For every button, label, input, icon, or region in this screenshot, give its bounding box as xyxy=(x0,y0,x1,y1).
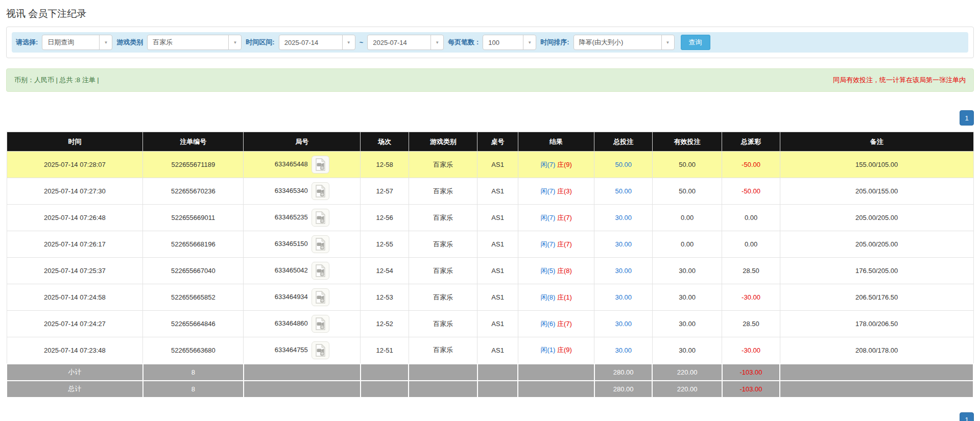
column-header: 有效投注 xyxy=(652,132,722,152)
video-replay-button[interactable] xyxy=(312,288,329,306)
time-cell: 2025-07-14 07:26:17 xyxy=(7,231,143,258)
video-replay-button[interactable] xyxy=(312,156,329,174)
video-replay-button[interactable] xyxy=(312,209,329,227)
video-replay-button[interactable] xyxy=(312,341,329,359)
table-row: 2025-07-14 07:25:37522655667040633465042… xyxy=(7,258,973,284)
result-player: 闲(7) xyxy=(540,214,555,221)
summary-empty-cell xyxy=(244,364,361,381)
round-id: 633465042 xyxy=(275,266,308,274)
result-cell: 闲(6) 庄(7) xyxy=(518,311,594,337)
remark-cell: 176.50/205.00 xyxy=(780,258,973,284)
total-bet-link[interactable]: 30.00 xyxy=(615,240,632,248)
result-cell: 闲(1) 庄(9) xyxy=(518,337,594,364)
table-row: 2025-07-14 07:26:17522655668196633465150… xyxy=(7,231,973,258)
valid-bet-cell: 30.00 xyxy=(652,284,722,311)
page-1-button[interactable]: 1 xyxy=(960,110,974,126)
file-video-icon xyxy=(315,317,326,330)
video-replay-button[interactable] xyxy=(312,235,329,253)
date-range-tilde: ~ xyxy=(360,39,364,46)
remark-cell: 206.50/176.50 xyxy=(780,284,973,311)
summary-total-bet-cell: 280.00 xyxy=(594,381,653,398)
round-id: 633465235 xyxy=(275,213,308,221)
bet-id-cell: 522655668196 xyxy=(143,231,244,258)
file-video-icon xyxy=(315,344,326,357)
pagination-bottom: 1 xyxy=(6,412,974,421)
payout-cell: -30.00 xyxy=(722,337,780,364)
result-cell: 闲(7) 庄(3) xyxy=(518,178,594,205)
round-cell: 633465235 xyxy=(244,205,361,231)
total-bet-link[interactable]: 30.00 xyxy=(615,293,632,301)
query-type-select[interactable]: 日期查询 ▼ xyxy=(42,35,112,50)
filter-bar: 请选择: 日期查询 ▼ 游戏类别 百家乐 ▼ 时间区间: 2025-07-14 … xyxy=(12,32,968,53)
total-bet-link[interactable]: 50.00 xyxy=(615,187,632,195)
bet-id-cell: 522655671189 xyxy=(143,152,244,178)
total-bet-cell: 30.00 xyxy=(594,205,653,231)
round-cell: 633465448 xyxy=(244,152,361,178)
summary-valid-bet-cell: 220.00 xyxy=(652,364,722,381)
time-cell: 2025-07-14 07:23:48 xyxy=(7,337,143,364)
date-from-select[interactable]: 2025-07-14 ▼ xyxy=(279,35,355,50)
result-player: 闲(8) xyxy=(540,293,555,301)
bet-id-cell: 522655669011 xyxy=(143,205,244,231)
session-cell: 12-57 xyxy=(361,178,409,205)
total-bet-link[interactable]: 30.00 xyxy=(615,214,632,221)
game-type-select[interactable]: 百家乐 ▼ xyxy=(147,35,242,50)
round-id: 633465150 xyxy=(275,240,308,247)
game-type-cell: 百家乐 xyxy=(409,231,477,258)
round-id: 633464755 xyxy=(275,346,308,354)
time-cell: 2025-07-14 07:24:27 xyxy=(7,311,143,337)
file-video-icon xyxy=(315,185,326,197)
column-header: 备注 xyxy=(780,132,973,152)
page-size-value: 100 xyxy=(483,35,523,49)
session-cell: 12-51 xyxy=(361,337,409,364)
sort-order-value: 降幂(由大到小) xyxy=(574,35,661,49)
result-cell: 闲(8) 庄(1) xyxy=(518,284,594,311)
session-cell: 12-54 xyxy=(361,258,409,284)
file-video-icon xyxy=(315,238,326,251)
round-cell: 633465150 xyxy=(244,231,361,258)
payout-cell: 0.00 xyxy=(722,205,780,231)
total-bet-link[interactable]: 30.00 xyxy=(615,320,632,328)
column-header: 总投注 xyxy=(594,132,653,152)
file-video-icon xyxy=(315,291,326,304)
total-bet-link[interactable]: 30.00 xyxy=(615,346,632,354)
round-cell: 633465042 xyxy=(244,258,361,284)
total-bet-link[interactable]: 50.00 xyxy=(615,161,632,168)
summary-empty-cell xyxy=(409,381,477,398)
column-header: 场次 xyxy=(361,132,409,152)
filter-panel: 请选择: 日期查询 ▼ 游戏类别 百家乐 ▼ 时间区间: 2025-07-14 … xyxy=(6,27,974,58)
result-player: 闲(7) xyxy=(540,161,555,168)
page-size-select[interactable]: 100 ▼ xyxy=(483,35,536,50)
result-player: 闲(7) xyxy=(540,240,555,248)
remark-cell: 205.00/205.00 xyxy=(780,231,973,258)
valid-bet-cell: 30.00 xyxy=(652,337,722,364)
result-player: 闲(5) xyxy=(540,267,555,275)
round-id: 633465340 xyxy=(275,187,308,194)
page-1-button-bottom[interactable]: 1 xyxy=(960,412,974,421)
summary-remark-cell xyxy=(780,364,973,381)
date-to-select[interactable]: 2025-07-14 ▼ xyxy=(367,35,444,50)
result-banker: 庄(8) xyxy=(557,267,572,275)
valid-bet-cell: 0.00 xyxy=(652,205,722,231)
column-header: 时间 xyxy=(7,132,143,152)
total-bet-link[interactable]: 30.00 xyxy=(615,267,632,275)
table-row: 2025-07-14 07:23:48522655663680633464755… xyxy=(7,337,973,364)
page-title: 视讯 会员下注纪录 xyxy=(6,7,974,20)
bet-id-cell: 522655667040 xyxy=(143,258,244,284)
session-cell: 12-53 xyxy=(361,284,409,311)
game-type-value: 百家乐 xyxy=(148,35,228,49)
summary-bar: 币别：人民币 | 总共 :8 注单 | 同局有效投注，统一计算在该局第一张注单内 xyxy=(6,68,974,92)
result-banker: 庄(9) xyxy=(557,161,572,168)
table-no-cell: AS1 xyxy=(477,231,518,258)
column-header: 注单编号 xyxy=(143,132,244,152)
payout-cell: -50.00 xyxy=(722,152,780,178)
sort-order-select[interactable]: 降幂(由大到小) ▼ xyxy=(573,35,675,50)
round-id: 633465448 xyxy=(275,160,308,168)
total-bet-cell: 30.00 xyxy=(594,284,653,311)
search-button[interactable]: 查询 xyxy=(681,35,710,50)
chevron-down-icon: ▼ xyxy=(523,35,536,49)
video-replay-button[interactable] xyxy=(312,262,329,280)
video-replay-button[interactable] xyxy=(312,315,329,333)
summary-label-cell: 总计 xyxy=(7,381,143,398)
video-replay-button[interactable] xyxy=(312,182,329,200)
